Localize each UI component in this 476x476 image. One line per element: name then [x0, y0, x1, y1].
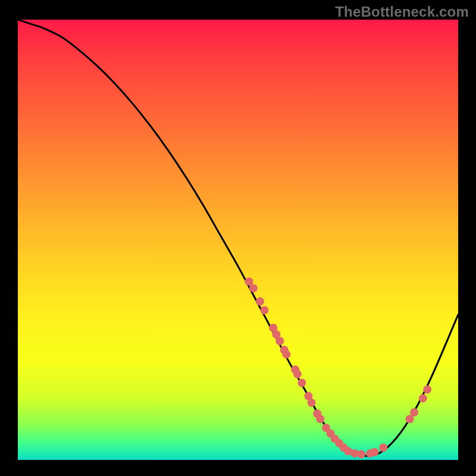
chart-svg [18, 20, 458, 460]
bottleneck-curve [18, 20, 458, 456]
data-dot [308, 399, 316, 407]
curve-path [18, 20, 458, 456]
plot-area [18, 20, 458, 460]
data-dot [298, 379, 306, 387]
data-dot [357, 450, 365, 458]
data-dot [249, 284, 258, 292]
data-dots [245, 277, 432, 458]
data-dot [275, 337, 284, 345]
figure-root: TheBottleneck.com [0, 0, 476, 476]
data-dot [410, 408, 418, 416]
data-dot [256, 298, 264, 306]
data-dot [419, 394, 427, 402]
data-dot [260, 306, 268, 314]
data-dot [370, 448, 378, 456]
data-dot [316, 415, 324, 423]
data-dot [379, 443, 387, 452]
data-dot [293, 370, 302, 378]
watermark: TheBottleneck.com [335, 4, 469, 20]
data-dot [282, 350, 290, 358]
data-dot [423, 386, 431, 394]
